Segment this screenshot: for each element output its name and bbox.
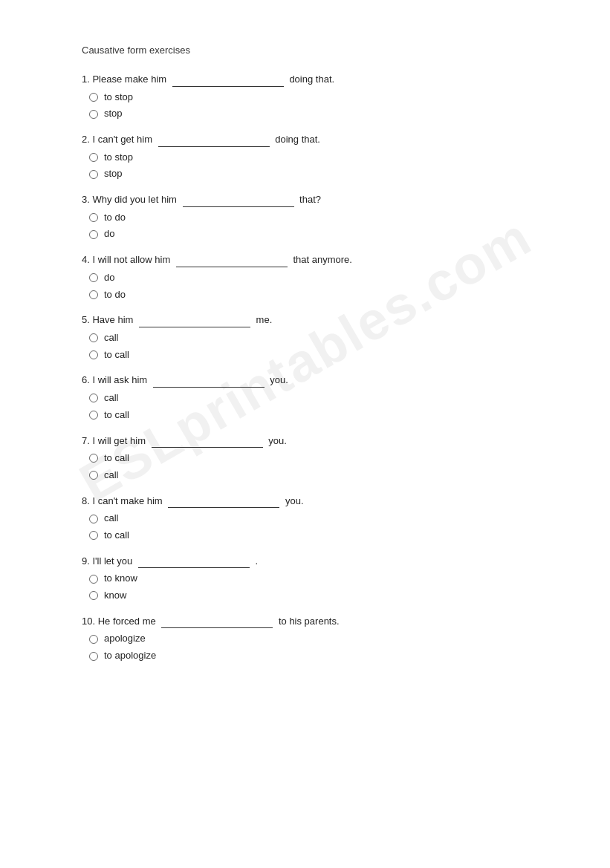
option-row-8-0: call bbox=[89, 511, 528, 526]
option-label-8-0: call bbox=[104, 511, 119, 526]
option-label-5-0: call bbox=[104, 330, 119, 346]
radio-3-1[interactable] bbox=[89, 230, 98, 239]
radio-5-1[interactable] bbox=[89, 350, 98, 359]
page-title: Causative form exercises bbox=[82, 45, 528, 56]
blank-10 bbox=[161, 627, 273, 628]
blank-7 bbox=[152, 447, 263, 448]
option-row-9-0: to know bbox=[89, 571, 528, 587]
blank-4 bbox=[176, 267, 288, 267]
radio-6-0[interactable] bbox=[89, 394, 98, 402]
question-2: 2. I can't get him doing that.to stopsto… bbox=[82, 132, 528, 182]
options-9: to knowknow bbox=[89, 571, 528, 604]
question-8: 8. I can't make him you.callto call bbox=[82, 494, 528, 544]
radio-2-0[interactable] bbox=[89, 153, 98, 162]
question-10: 10. He forced me to his parents.apologiz… bbox=[82, 614, 528, 664]
radio-7-0[interactable] bbox=[89, 454, 98, 463]
option-label-6-0: call bbox=[104, 391, 119, 406]
options-1: to stopstop bbox=[89, 90, 528, 123]
option-label-9-1: know bbox=[104, 588, 126, 604]
option-label-6-1: to call bbox=[104, 408, 129, 423]
question-6: 6. I will ask him you.callto call bbox=[82, 373, 528, 422]
option-row-4-1: to do bbox=[89, 287, 528, 303]
question-1: 1. Please make him doing that.to stopsto… bbox=[82, 72, 528, 122]
radio-9-1[interactable] bbox=[89, 591, 98, 600]
blank-3 bbox=[183, 206, 294, 207]
option-row-7-0: to call bbox=[89, 451, 528, 466]
radio-8-0[interactable] bbox=[89, 515, 98, 523]
options-2: to stopstop bbox=[89, 150, 528, 183]
question-4: 4. I will not allow him that anymore.dot… bbox=[82, 252, 528, 302]
radio-4-0[interactable] bbox=[89, 273, 98, 282]
option-label-4-0: do bbox=[104, 270, 114, 286]
radio-2-1[interactable] bbox=[89, 170, 98, 179]
radio-1-0[interactable] bbox=[89, 93, 98, 102]
option-row-3-1: do bbox=[89, 226, 528, 242]
options-3: to dodo bbox=[89, 210, 528, 243]
blank-5 bbox=[139, 327, 250, 327]
question-text-6: 6. I will ask him you. bbox=[82, 373, 528, 388]
options-5: callto call bbox=[89, 330, 528, 363]
option-row-4-0: do bbox=[89, 270, 528, 286]
options-8: callto call bbox=[89, 511, 528, 544]
option-label-1-1: stop bbox=[104, 106, 123, 122]
option-row-5-0: call bbox=[89, 330, 528, 346]
question-5: 5. Have him me.callto call bbox=[82, 313, 528, 362]
question-text-10: 10. He forced me to his parents. bbox=[82, 614, 528, 629]
option-row-3-0: to do bbox=[89, 210, 528, 226]
blank-2 bbox=[158, 146, 270, 147]
option-row-6-1: to call bbox=[89, 408, 528, 423]
radio-5-0[interactable] bbox=[89, 333, 98, 342]
question-text-9: 9. I'll let you . bbox=[82, 554, 528, 569]
option-row-6-0: call bbox=[89, 391, 528, 406]
options-4: doto do bbox=[89, 270, 528, 303]
option-row-7-1: call bbox=[89, 468, 528, 483]
radio-10-1[interactable] bbox=[89, 652, 98, 661]
radio-6-1[interactable] bbox=[89, 411, 98, 420]
option-row-8-1: to call bbox=[89, 528, 528, 544]
question-text-8: 8. I can't make him you. bbox=[82, 494, 528, 509]
question-text-1: 1. Please make him doing that. bbox=[82, 72, 528, 87]
options-10: apologizeto apologize bbox=[89, 631, 528, 664]
option-label-2-0: to stop bbox=[104, 150, 133, 166]
question-text-4: 4. I will not allow him that anymore. bbox=[82, 252, 528, 267]
option-label-2-1: stop bbox=[104, 166, 123, 182]
question-9: 9. I'll let you .to knowknow bbox=[82, 554, 528, 604]
radio-7-1[interactable] bbox=[89, 471, 98, 480]
option-label-7-0: to call bbox=[104, 451, 129, 466]
options-7: to callcall bbox=[89, 451, 528, 483]
option-label-7-1: call bbox=[104, 468, 119, 483]
blank-1 bbox=[172, 86, 284, 87]
option-label-3-1: do bbox=[104, 226, 114, 242]
radio-3-0[interactable] bbox=[89, 213, 98, 222]
question-text-7: 7. I will get him you. bbox=[82, 434, 528, 448]
option-label-4-1: to do bbox=[104, 287, 126, 303]
question-text-3: 3. Why did you let him that? bbox=[82, 192, 528, 207]
option-row-2-1: stop bbox=[89, 166, 528, 182]
option-label-10-1: to apologize bbox=[104, 648, 156, 664]
option-row-1-1: stop bbox=[89, 106, 528, 122]
question-text-5: 5. Have him me. bbox=[82, 313, 528, 327]
options-6: callto call bbox=[89, 391, 528, 423]
blank-6 bbox=[153, 387, 265, 388]
radio-10-0[interactable] bbox=[89, 635, 98, 644]
radio-4-1[interactable] bbox=[89, 290, 98, 299]
option-row-10-1: to apologize bbox=[89, 648, 528, 664]
option-row-9-1: know bbox=[89, 588, 528, 604]
option-label-8-1: to call bbox=[104, 528, 129, 544]
option-label-1-0: to stop bbox=[104, 90, 133, 105]
radio-9-0[interactable] bbox=[89, 575, 98, 584]
option-row-10-0: apologize bbox=[89, 631, 528, 647]
option-row-1-0: to stop bbox=[89, 90, 528, 105]
question-7: 7. I will get him you.to callcall bbox=[82, 434, 528, 483]
question-text-2: 2. I can't get him doing that. bbox=[82, 132, 528, 147]
option-label-10-0: apologize bbox=[104, 631, 146, 647]
option-label-5-1: to call bbox=[104, 347, 129, 363]
radio-8-1[interactable] bbox=[89, 531, 98, 540]
blank-9 bbox=[138, 567, 250, 568]
question-3: 3. Why did you let him that?to dodo bbox=[82, 192, 528, 242]
option-row-5-1: to call bbox=[89, 347, 528, 363]
blank-8 bbox=[168, 507, 279, 508]
option-label-9-0: to know bbox=[104, 571, 137, 587]
radio-1-1[interactable] bbox=[89, 110, 98, 119]
option-row-2-0: to stop bbox=[89, 150, 528, 166]
